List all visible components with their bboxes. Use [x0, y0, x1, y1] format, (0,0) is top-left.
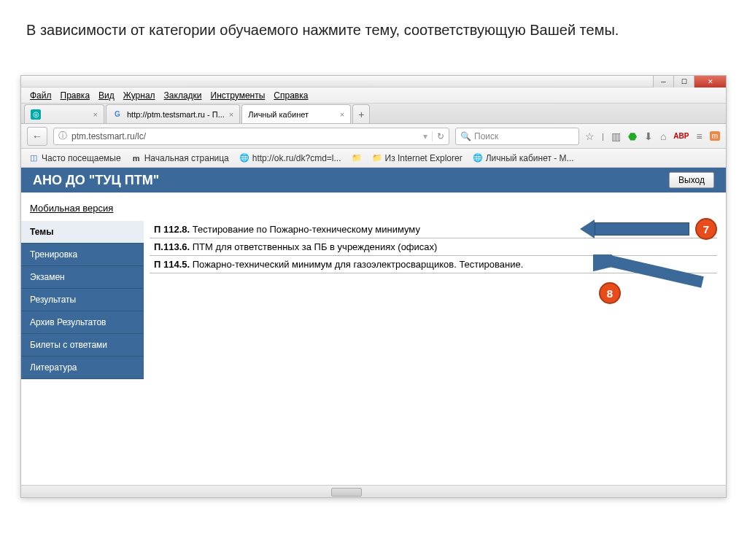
bookmark-item[interactable]: 🌐 http://ok.ru/dk?cmd=l... — [239, 153, 341, 163]
bookmark-item[interactable]: 📁 Из Internet Explorer — [372, 153, 462, 163]
browser-window: ─ ☐ ✕ Файл Правка Вид Журнал Закладки Ин… — [20, 75, 727, 498]
reload-icon[interactable]: ↻ — [432, 131, 444, 141]
bookmark-item[interactable]: 📁 — [352, 153, 362, 163]
close-button[interactable]: ✕ — [694, 76, 726, 88]
url-field[interactable]: ⓘ ptm.testsmart.ru/lc/ ▾ ↻ — [53, 128, 449, 145]
mobile-version-link[interactable]: Мобильная версия — [30, 203, 113, 214]
topic-title: Пожарно-технический минимум для газоэлек… — [193, 259, 524, 270]
google-icon: G — [112, 109, 123, 120]
address-bar: ← ⓘ ptm.testsmart.ru/lc/ ▾ ↻ 🔍 Поиск ☆ |… — [21, 124, 726, 149]
horizontal-scrollbar[interactable] — [21, 485, 726, 497]
sidebar-item-literature[interactable]: Литература — [21, 357, 144, 379]
arrow-icon — [580, 219, 595, 238]
back-button[interactable]: ← — [27, 127, 47, 146]
maximize-button[interactable]: ☐ — [673, 76, 694, 88]
minimize-button[interactable]: ─ — [653, 76, 673, 88]
bookmark-label: Личный кабинет - М... — [486, 153, 574, 163]
url-text: ptm.testsmart.ru/lc/ — [71, 131, 146, 141]
menu-icon[interactable]: ≡ — [696, 131, 702, 142]
menu-file[interactable]: Файл — [26, 90, 56, 101]
globe-icon: 🌐 — [239, 153, 249, 163]
toolbar-icons: ☆ | ▥ ⬣ ⬇ ⌂ ABP ≡ m — [585, 131, 720, 142]
callout-badge: 8 — [599, 282, 621, 304]
search-placeholder: Поиск — [474, 131, 498, 141]
bookmark-label: Из Internet Explorer — [385, 153, 462, 163]
topic-title: ПТМ для ответственных за ПБ в учреждения… — [193, 241, 438, 252]
sidebar-item-results[interactable]: Результаты — [21, 289, 144, 311]
bookmark-label: Начальная страница — [144, 153, 229, 163]
close-icon[interactable]: × — [340, 110, 344, 119]
bookmark-label: http://ok.ru/dk?cmd=l... — [252, 153, 341, 163]
sidebar-item-exam[interactable]: Экзамен — [21, 266, 144, 289]
sidebar-icon[interactable]: ▥ — [611, 131, 621, 142]
bookmarks-bar: ◫ Часто посещаемые m Начальная страница … — [21, 149, 726, 168]
home-icon[interactable]: ⌂ — [660, 131, 666, 142]
topic-title: Тестирование по Пожарно-техническому мин… — [193, 224, 420, 235]
sidebar-item-training[interactable]: Тренировка — [21, 244, 144, 266]
main-content: П 112.8. Тестирование по Пожарно-техниче… — [144, 221, 717, 379]
folder-icon: 📁 — [372, 153, 382, 163]
topic-link[interactable]: П.113.6. ПТМ для ответственных за ПБ в у… — [150, 238, 717, 256]
new-tab-button[interactable]: + — [352, 104, 370, 123]
tab-strip: ◎ × G http://ptm.testsmart.ru - П... × Л… — [21, 104, 726, 124]
topic-code: П.113.6. — [154, 241, 190, 252]
ext-icon[interactable]: m — [710, 131, 720, 141]
tab-label: http://ptm.testsmart.ru - П... — [127, 110, 225, 119]
bookmark-label: Часто посещаемые — [42, 153, 121, 163]
menu-edit[interactable]: Правка — [56, 90, 95, 101]
tab-label: Личный кабинет — [248, 110, 309, 119]
close-icon[interactable]: × — [229, 110, 233, 119]
tab-icon: ◎ — [31, 109, 41, 120]
layout: Темы Тренировка Экзамен Результаты Архив… — [21, 221, 726, 379]
topic-code: П 112.8. — [154, 224, 190, 235]
star-icon[interactable]: ☆ — [585, 131, 595, 142]
instruction-text: В зависимости от категории обучаемого на… — [0, 0, 747, 75]
sidebar-item-tickets[interactable]: Билеты с ответами — [21, 334, 144, 357]
bookmark-item[interactable]: m Начальная страница — [131, 153, 229, 163]
window-titlebar: ─ ☐ ✕ — [21, 76, 726, 88]
menu-history[interactable]: Журнал — [119, 90, 160, 101]
globe-icon: 🌐 — [473, 153, 483, 163]
callout-7: 7 — [580, 218, 717, 240]
sidebar-item-archive[interactable]: Архив Результатов — [21, 311, 144, 334]
callout-8: 8 — [593, 254, 717, 304]
info-icon[interactable]: ⓘ — [58, 130, 67, 142]
menu-bookmarks[interactable]: Закладки — [160, 90, 206, 101]
menu-bar: Файл Правка Вид Журнал Закладки Инструме… — [21, 88, 726, 104]
abp-icon[interactable]: ABP — [673, 132, 689, 140]
bookmark-item[interactable]: 🌐 Личный кабинет - М... — [473, 153, 574, 163]
folder-icon: 📁 — [352, 153, 362, 163]
menu-help[interactable]: Справка — [269, 90, 312, 101]
tab-2[interactable]: Личный кабинет × — [241, 104, 351, 123]
page-content: АНО ДО "ТУЦ ПТМ" Выход Мобильная версия … — [21, 168, 726, 485]
search-icon: 🔍 — [460, 131, 471, 141]
logout-button[interactable]: Выход — [669, 172, 714, 188]
sidebar-item-topics[interactable]: Темы — [21, 221, 144, 244]
bookmark-item[interactable]: ◫ Часто посещаемые — [28, 153, 121, 163]
svg-line-0 — [600, 259, 703, 282]
search-field[interactable]: 🔍 Поиск — [455, 128, 579, 145]
tab-1[interactable]: G http://ptm.testsmart.ru - П... × — [106, 104, 240, 123]
bookmark-icon: m — [131, 153, 142, 163]
menu-tools[interactable]: Инструменты — [206, 90, 270, 101]
menu-view[interactable]: Вид — [94, 90, 119, 101]
arrow-bar — [595, 222, 689, 236]
topic-code: П 114.5. — [154, 259, 190, 270]
app-title: АНО ДО "ТУЦ ПТМ" — [33, 173, 159, 188]
bookmark-icon: ◫ — [28, 153, 39, 163]
download-icon[interactable]: ⬇ — [644, 131, 653, 142]
close-icon[interactable]: × — [93, 110, 98, 119]
dropdown-icon[interactable]: ▾ — [423, 131, 427, 141]
callout-badge: 7 — [695, 218, 717, 240]
tab-0[interactable]: ◎ × — [24, 104, 104, 123]
sidebar: Темы Тренировка Экзамен Результаты Архив… — [21, 221, 144, 379]
shield-icon[interactable]: ⬣ — [628, 131, 637, 142]
app-header: АНО ДО "ТУЦ ПТМ" Выход — [21, 168, 726, 192]
